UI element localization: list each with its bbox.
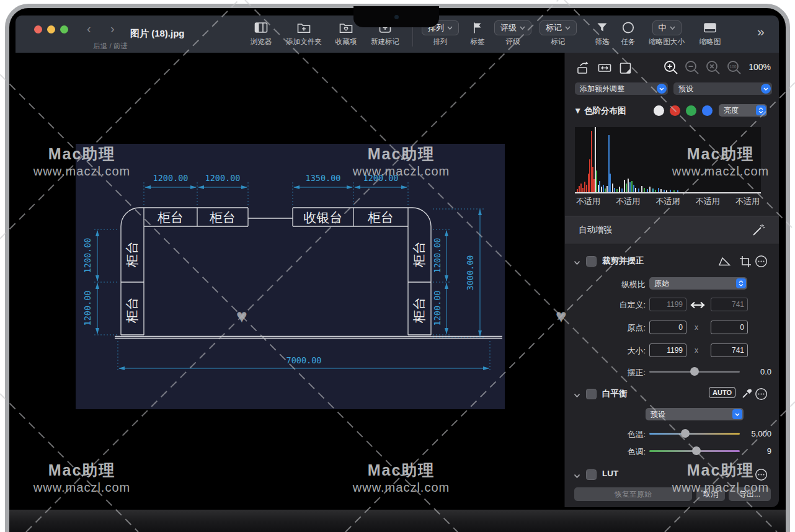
macbook-notch <box>353 6 439 27</box>
flag-icon <box>470 20 485 35</box>
cad-dim-right-1: 1200.00 <box>432 238 442 273</box>
chevron-down-icon <box>574 474 580 479</box>
auto-enhance-row: 自动增强 <box>565 216 779 243</box>
wb-more-button[interactable] <box>755 388 768 401</box>
aspect-ratio-select[interactable]: 原始 <box>649 277 747 290</box>
wb-preset-select[interactable]: 预设 <box>646 408 744 420</box>
na-label: 不适用 <box>656 196 680 207</box>
zoom-fit-button[interactable] <box>705 60 721 76</box>
cad-label-left-counter-1: 柜台 <box>125 241 140 268</box>
thumbnail-size-value: 中 <box>659 22 667 33</box>
restore-original-button[interactable]: 恢复至原始 <box>574 487 692 501</box>
zoom-in-button[interactable] <box>663 60 679 76</box>
add-adjustment-dropdown[interactable]: 添加额外调整 <box>575 82 668 95</box>
temperature-slider[interactable] <box>649 429 740 438</box>
svg-text:100: 100 <box>730 64 737 69</box>
flip-horizontal-button[interactable] <box>597 61 612 76</box>
back-button[interactable]: ‹ <box>87 22 91 35</box>
crop-tool-button[interactable] <box>739 255 752 268</box>
canvas-size-button[interactable] <box>618 61 633 76</box>
channel-select[interactable]: 亮度 <box>719 104 767 117</box>
straighten-row: 摆正: 0.0 <box>565 365 779 379</box>
section-collapse-button[interactable] <box>574 258 580 267</box>
channel-select-value: 亮度 <box>724 105 739 116</box>
chevron-down-icon <box>670 26 675 30</box>
cad-label-right-counter-2: 柜台 <box>412 297 427 324</box>
temperature-slider-thumb[interactable] <box>681 429 690 438</box>
toolbar-thumbnail-button[interactable]: 缩略图 <box>682 20 738 47</box>
straighten-tool-button[interactable] <box>717 255 731 267</box>
tint-slider[interactable] <box>649 446 740 455</box>
cad-label-counter-1: 柜台 <box>157 210 184 225</box>
rotate-button[interactable] <box>576 61 592 76</box>
zoom-out-button[interactable] <box>684 60 700 76</box>
lut-enable-checkbox[interactable] <box>586 469 597 480</box>
aspect-ratio-row: 纵横比 原始 <box>565 277 779 291</box>
straighten-slider[interactable] <box>649 367 740 376</box>
preset-dropdown-top[interactable]: 预设 <box>673 82 772 95</box>
origin-y-field[interactable]: 0 <box>711 321 748 334</box>
section-collapse-button[interactable] <box>574 471 580 481</box>
zoom-100-button[interactable]: 100 <box>726 60 742 76</box>
cad-floorplan-svg: 柜台 柜台 收银台 柜台 柜台 柜台 柜台 柜台 <box>76 144 505 409</box>
add-adjustment-label: 添加额外调整 <box>580 84 624 94</box>
temperature-slider-track[interactable] <box>649 433 740 435</box>
cad-label-cashier: 收银台 <box>304 210 343 225</box>
chevron-down-icon <box>574 260 580 265</box>
link-dimensions-icon[interactable] <box>690 301 706 309</box>
channel-blue-dot[interactable] <box>702 105 713 116</box>
forward-button[interactable]: › <box>110 22 115 35</box>
size-width-field[interactable]: 1199 <box>649 344 686 357</box>
zoom-button[interactable] <box>60 25 68 33</box>
main-content: 柜台 柜台 收银台 柜台 柜台 柜台 柜台 柜台 <box>16 53 779 507</box>
cancel-button[interactable]: 取消 <box>696 487 725 501</box>
wb-auto-button[interactable]: AUTO <box>709 387 735 398</box>
crop-more-button[interactable] <box>755 255 768 268</box>
panel-footer: 恢复至原始 取消 导出... <box>565 487 779 502</box>
crop-enable-checkbox[interactable] <box>586 256 597 267</box>
tint-value: 9 <box>734 446 771 456</box>
minimize-button[interactable] <box>47 25 55 33</box>
custom-label: 自定义: <box>565 299 646 311</box>
panel-tools-row: 100 100% <box>565 58 779 80</box>
cad-label-right-counter-1: 柜台 <box>412 241 427 268</box>
auto-enhance-button[interactable]: 自动增强 <box>565 216 779 244</box>
straighten-slider-thumb[interactable] <box>690 367 699 376</box>
thumbnail-size-dropdown[interactable]: 中 <box>652 20 682 35</box>
chevron-down-icon <box>520 26 525 30</box>
origin-x-field[interactable]: 0 <box>649 321 686 334</box>
histogram-row <box>565 127 779 193</box>
straighten-label: 摆正: <box>565 367 646 378</box>
lut-section-title: LUT <box>602 469 618 478</box>
lut-more-button[interactable] <box>755 468 768 481</box>
temperature-row: 色温: 5,000 <box>565 427 779 441</box>
custom-height-field[interactable]: 741 <box>711 298 748 311</box>
cad-dim-right-total: 3000.00 <box>465 255 475 291</box>
wb-enable-checkbox[interactable] <box>586 389 597 399</box>
toolbar-item-label: 排列 <box>433 37 448 47</box>
section-collapse-button[interactable] <box>574 391 580 400</box>
cad-dim-right-2: 1200.00 <box>432 291 442 326</box>
close-button[interactable] <box>34 25 42 33</box>
custom-width-field[interactable]: 1199 <box>649 298 686 311</box>
mark-dropdown[interactable]: 标记 <box>540 20 577 35</box>
size-height-field[interactable]: 741 <box>711 344 748 357</box>
histogram <box>575 127 761 193</box>
size-label: 大小: <box>565 345 646 357</box>
toolbar-overflow-button[interactable]: » <box>757 24 763 39</box>
channel-green-dot[interactable] <box>686 105 696 116</box>
wb-eyedropper-button[interactable] <box>741 387 753 399</box>
wb-preset-row: 预设 <box>565 408 779 422</box>
image-viewer: 柜台 柜台 收银台 柜台 柜台 柜台 柜台 柜台 <box>16 53 564 507</box>
screenshot-stage: ‹ › 后退 / 前进 图片 (18).jpg 浏览器 添加文件夹 <box>0 0 795 532</box>
canvas-size-icon <box>618 61 633 76</box>
rating-dropdown[interactable]: 评级 <box>494 20 531 35</box>
straighten-icon <box>717 255 731 267</box>
ellipsis-circle-icon <box>755 255 768 268</box>
export-button[interactable]: 导出... <box>729 487 771 501</box>
channel-red-dot[interactable] <box>670 105 680 116</box>
na-label: 不适用 <box>735 196 760 207</box>
channel-white-dot[interactable] <box>654 105 664 116</box>
tint-slider-thumb[interactable] <box>692 446 701 455</box>
toolbar-item-label: 评级 <box>506 37 520 47</box>
